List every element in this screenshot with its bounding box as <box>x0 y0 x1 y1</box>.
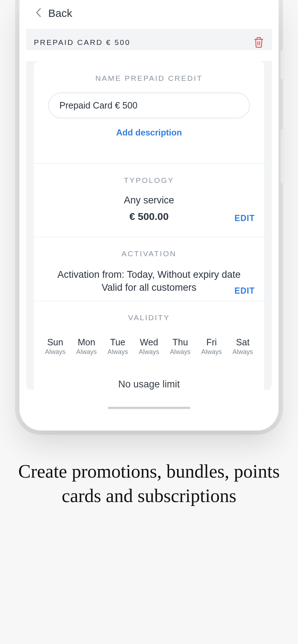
activation-block: Activation from: Today, Without expiry d… <box>34 268 264 301</box>
section-title-name: NAME PREPAID CREDIT <box>34 61 264 93</box>
header-bar: Back <box>26 0 272 29</box>
activation-line: Valid for all customers <box>55 281 243 294</box>
section-title-typology: TYPOLOGY <box>34 164 264 195</box>
section-title-validity: VALIDITY <box>34 301 264 332</box>
day-sub: Always <box>102 348 134 356</box>
activation-line: Activation from: Today, Without expiry d… <box>55 268 243 281</box>
validity-day[interactable]: Wed Always <box>134 337 165 356</box>
day-name: Sun <box>40 337 71 348</box>
name-input[interactable]: Prepaid Card € 500 <box>48 93 250 118</box>
day-name: Fri <box>196 337 227 348</box>
day-name: Sat <box>227 337 258 348</box>
edit-typology-button[interactable]: EDIT <box>235 213 255 223</box>
chevron-left-icon[interactable] <box>35 8 42 19</box>
typology-amount: € 500.00 <box>34 211 264 222</box>
day-name: Tue <box>102 337 134 348</box>
day-sub: Always <box>164 348 196 356</box>
day-sub: Always <box>227 348 258 356</box>
add-description-link[interactable]: Add description <box>34 118 264 164</box>
phone-side-button <box>281 129 284 183</box>
usage-limit-text: No usage limit <box>34 356 264 390</box>
day-sub: Always <box>134 348 165 356</box>
phone-frame: Back PREPAID CARD € 500 <box>19 0 279 431</box>
day-sub: Always <box>71 348 102 356</box>
page-title: PREPAID CARD € 500 <box>34 38 130 47</box>
typology-block: Any service € 500.00 EDIT <box>34 195 264 237</box>
section-title-activation: ACTIVATION <box>34 237 264 268</box>
day-name: Thu <box>164 337 196 348</box>
validity-day[interactable]: Tue Always <box>102 337 134 356</box>
validity-day[interactable]: Sat Always <box>227 337 258 356</box>
validity-day[interactable]: Thu Always <box>164 337 196 356</box>
day-sub: Always <box>40 348 71 356</box>
typology-service: Any service <box>34 195 264 206</box>
back-button[interactable]: Back <box>48 7 72 19</box>
day-name: Wed <box>134 337 165 348</box>
page-subheader: PREPAID CARD € 500 <box>26 29 272 50</box>
validity-day[interactable]: Mon Always <box>71 337 102 356</box>
phone-side-button <box>281 50 284 79</box>
day-sub: Always <box>196 348 227 356</box>
validity-day[interactable]: Sun Always <box>40 337 71 356</box>
home-indicator <box>108 407 190 409</box>
validity-day[interactable]: Fri Always <box>196 337 227 356</box>
delete-icon[interactable] <box>253 37 264 48</box>
day-name: Mon <box>71 337 102 348</box>
marketing-caption: Create promotions, bundles, points cards… <box>0 459 298 508</box>
app-screen: Back PREPAID CARD € 500 <box>26 0 272 395</box>
edit-activation-button[interactable]: EDIT <box>235 286 255 296</box>
validity-days-row: Sun Always Mon Always Tue Always Wed <box>34 332 264 356</box>
